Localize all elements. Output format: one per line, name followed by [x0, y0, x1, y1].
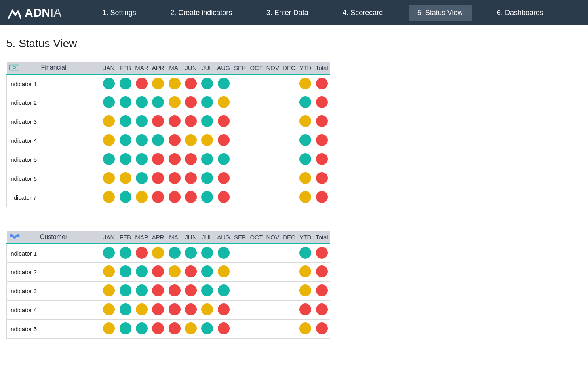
status-cell [101, 112, 117, 131]
status-cell [265, 131, 281, 150]
status-dot-g [201, 115, 213, 127]
col-header: Total [314, 62, 330, 74]
status-cell [314, 301, 330, 320]
status-dot-r [316, 78, 328, 89]
status-cell [297, 301, 314, 320]
status-dot-empty [234, 247, 246, 259]
status-dot-g [169, 247, 181, 259]
status-cell [101, 188, 117, 207]
status-cell [199, 74, 215, 93]
row-label: Indicator 5 [7, 320, 101, 339]
col-header: YTD [297, 231, 314, 244]
nav-item-4[interactable]: 5. Status View [409, 5, 472, 21]
status-cell [183, 74, 199, 93]
status-cell [133, 282, 150, 301]
nav-item-1[interactable]: 2. Create indicators [162, 5, 241, 21]
status-cell [297, 320, 314, 339]
status-cell [101, 74, 117, 93]
logo-text: ADNIA [25, 6, 61, 19]
status-dot-g [136, 172, 148, 184]
status-cell [133, 93, 150, 112]
status-dot-r [316, 303, 328, 315]
col-header: SEP [232, 62, 248, 74]
row-label: Indicator 1 [7, 74, 101, 93]
nav-item-0[interactable]: 1. Settings [94, 5, 145, 21]
status-cell [265, 74, 281, 93]
status-dot-g [299, 153, 311, 165]
status-dot-r [316, 96, 328, 108]
status-dot-r [218, 322, 230, 334]
status-dot-g [201, 153, 213, 165]
status-cell [215, 150, 232, 169]
col-header: MAR [133, 231, 150, 244]
status-dot-r [152, 322, 164, 334]
col-header: JAN [101, 62, 117, 74]
status-cell [183, 150, 199, 169]
status-cell [297, 188, 314, 207]
status-dot-empty [283, 115, 295, 127]
col-header: FEB [117, 231, 133, 244]
status-cell [183, 169, 199, 188]
status-cell [281, 188, 297, 207]
status-dot-r [185, 191, 197, 203]
status-dot-empty [234, 96, 246, 108]
status-table-customer: CustomerJANFEBMARAPRMAIJUNJULAUGSEPOCTNO… [6, 231, 330, 339]
status-cell [117, 282, 133, 301]
status-cell [232, 320, 248, 339]
logo: ADNIA [8, 6, 61, 19]
status-dot-empty [250, 303, 262, 315]
status-dot-r [152, 265, 164, 277]
status-cell [215, 131, 232, 150]
col-header: JUN [183, 62, 199, 74]
status-cell [133, 263, 150, 282]
status-dot-g [103, 247, 115, 259]
money-icon [9, 64, 19, 72]
status-cell [150, 320, 166, 339]
status-dot-y [136, 303, 148, 315]
status-cell [265, 244, 281, 263]
status-dot-empty [283, 78, 295, 89]
col-header: JUN [183, 231, 199, 244]
status-dot-y [103, 134, 115, 146]
status-dot-r [169, 284, 181, 296]
status-dot-empty [250, 322, 262, 334]
status-cell [166, 150, 183, 169]
status-dot-g [201, 191, 213, 203]
status-dot-y [152, 247, 164, 259]
table-row: Indicator 5 [7, 320, 330, 339]
status-dot-empty [250, 115, 262, 127]
status-dot-y [103, 172, 115, 184]
status-dot-empty [267, 303, 279, 315]
status-dot-r [169, 322, 181, 334]
status-cell [199, 169, 215, 188]
status-cell [314, 169, 330, 188]
row-label: Indicator 2 [7, 263, 101, 282]
status-cell [117, 188, 133, 207]
status-dot-g [120, 247, 131, 259]
nav-item-5[interactable]: 6. Dashboards [488, 5, 552, 21]
nav-item-3[interactable]: 4. Scorecard [334, 5, 392, 21]
status-dot-g [120, 284, 131, 296]
status-cell [281, 74, 297, 93]
status-dot-empty [267, 265, 279, 277]
status-dot-g [152, 134, 164, 146]
status-dot-y [103, 265, 115, 277]
row-label: Indicator 6 [7, 169, 101, 188]
row-label: Indicator 4 [7, 131, 101, 150]
status-cell [101, 150, 117, 169]
status-dot-empty [267, 153, 279, 165]
status-cell [297, 150, 314, 169]
status-dot-empty [267, 191, 279, 203]
col-header: JAN [101, 231, 117, 244]
status-dot-r [152, 191, 164, 203]
status-dot-empty [283, 153, 295, 165]
status-cell [150, 282, 166, 301]
nav-item-2[interactable]: 3. Enter Data [258, 5, 317, 21]
status-cell [117, 74, 133, 93]
status-dot-g [103, 153, 115, 165]
page-title: 5. Status View [6, 37, 588, 50]
status-dot-g [120, 134, 131, 146]
col-header: NOV [265, 231, 281, 244]
status-cell [183, 93, 199, 112]
status-dot-g [299, 96, 311, 108]
